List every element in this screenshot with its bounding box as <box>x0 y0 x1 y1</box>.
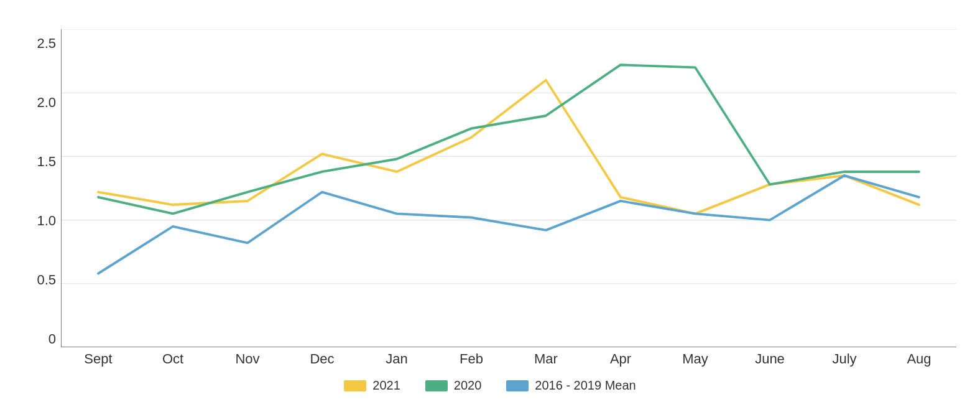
chart-area: 00.51.01.52.02.5 <box>24 29 956 372</box>
y-axis-label: 0.5 <box>24 272 61 288</box>
legend-item: 2021 <box>344 378 400 393</box>
legend-item: 2020 <box>425 378 482 393</box>
x-axis-label: Sept <box>61 351 136 367</box>
y-axis-label: 1.0 <box>24 213 61 229</box>
x-axis-label: Nov <box>210 351 285 367</box>
y-axis-label: 0 <box>24 331 61 347</box>
y-axis-label: 2.5 <box>24 35 61 52</box>
legend-item: 2016 - 2019 Mean <box>506 378 636 393</box>
legend-swatch <box>344 380 366 391</box>
x-axis-label: Apr <box>583 351 658 367</box>
legend-swatch <box>506 380 529 391</box>
x-axis-label: June <box>733 351 807 367</box>
x-axis-label: Dec <box>285 351 359 367</box>
legend: 202120202016 - 2019 Mean <box>344 378 636 393</box>
x-axis-label: Mar <box>509 351 583 367</box>
legend-label: 2016 - 2019 Mean <box>535 378 636 393</box>
x-axis-label: July <box>807 351 882 367</box>
svg-container <box>61 29 956 347</box>
legend-label: 2020 <box>454 378 482 393</box>
x-axis-label: Oct <box>136 351 210 367</box>
x-axis-label: Feb <box>434 351 509 367</box>
x-axis: SeptOctNovDecJanFebMarAprMayJuneJulyAug <box>61 347 956 372</box>
y-axis-label: 2.0 <box>24 95 61 111</box>
plot-area: SeptOctNovDecJanFebMarAprMayJuneJulyAug <box>61 29 956 372</box>
y-axis: 00.51.01.52.02.5 <box>24 29 61 372</box>
x-axis-label: May <box>658 351 733 367</box>
chart-container: 00.51.01.52.02.5 <box>24 11 956 396</box>
legend-label: 2021 <box>372 378 400 393</box>
x-axis-label: Jan <box>359 351 434 367</box>
legend-swatch <box>425 380 448 391</box>
y-axis-label: 1.5 <box>24 154 61 170</box>
x-axis-label: Aug <box>882 351 956 367</box>
